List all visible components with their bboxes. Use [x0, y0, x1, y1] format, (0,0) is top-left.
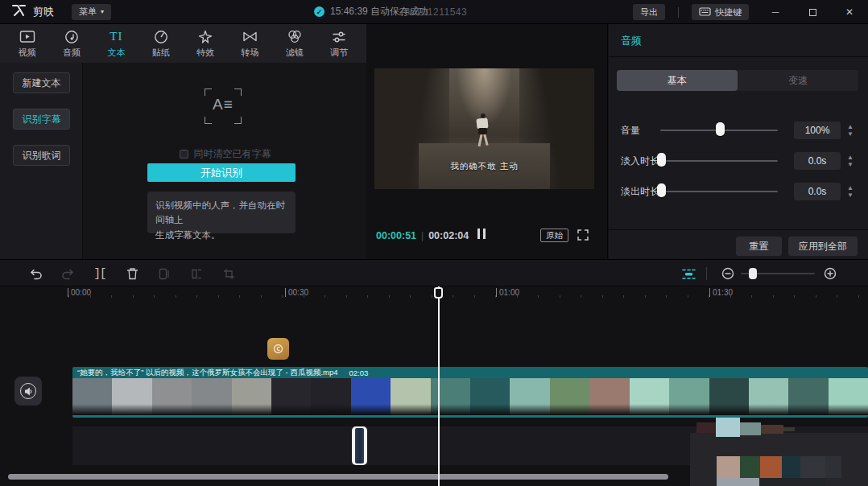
ruler-tick [410, 295, 411, 298]
ruler-tick [773, 295, 774, 298]
ruler-tick [709, 295, 709, 298]
delete-icon[interactable] [124, 266, 140, 282]
zoom-in-icon[interactable] [822, 266, 838, 282]
video-thumbnail [72, 378, 112, 415]
asset-toolbar: 视频 音频 TI 文本 贴纸 特效 [0, 24, 366, 63]
ruler-tick [602, 295, 603, 298]
titlebar: 剪映 菜单▾ ✓ 15:46:39 自动保存成功 202101211543 导出… [0, 0, 868, 24]
text-icon: TI [110, 29, 122, 45]
apply-to-all-button[interactable]: 应用到全部 [788, 237, 858, 256]
sidebar-item-recognize-lyrics[interactable]: 识别歌词 [13, 145, 70, 166]
video-thumbnail [271, 378, 311, 415]
tab-sticker[interactable]: 贴纸 [141, 29, 181, 59]
video-thumbnail [470, 378, 510, 415]
minimize-button[interactable]: ─ [757, 0, 794, 24]
playhead-handle[interactable] [434, 287, 443, 299]
start-recognition-button[interactable]: 开始识别 [147, 163, 296, 182]
export-button[interactable]: 导出 [633, 4, 665, 20]
app-name: 剪映 [33, 5, 54, 19]
sticker-clip[interactable] [267, 338, 289, 360]
media-panel: 视频 音频 TI 文本 贴纸 特效 [0, 24, 366, 259]
tab-basic[interactable]: 基本 [617, 70, 738, 91]
subtitle-clip-selected[interactable] [352, 426, 367, 465]
fade-out-stepper[interactable]: ▲▼ [845, 182, 856, 201]
tab-text[interactable]: TI 文本 [96, 29, 136, 59]
tab-filter[interactable]: 滤镜 [275, 29, 315, 59]
split-icon[interactable]: ][ [92, 266, 108, 282]
volume-row: 音量 100% ▲▼ [609, 121, 868, 140]
render-artifact [759, 478, 825, 486]
tab-speed[interactable]: 变速 [738, 70, 858, 91]
volume-slider-thumb[interactable] [716, 122, 725, 136]
fade-out-value[interactable]: 0.0s [794, 183, 841, 200]
volume-stepper[interactable]: ▲▼ [845, 121, 856, 140]
clear-existing-subtitles-label: 同时清空已有字幕 [194, 147, 271, 161]
tab-audio[interactable]: 音频 [52, 29, 92, 59]
timeline-zoom-slider-thumb[interactable] [749, 268, 757, 279]
video-thumbnail [112, 378, 151, 415]
video-preview[interactable]: 我的确不敢 主动 [374, 68, 594, 189]
video-thumbnail [192, 378, 231, 415]
shortcut-button[interactable]: 快捷键 [692, 4, 749, 20]
redo-icon[interactable] [60, 266, 76, 282]
ruler-tick [90, 295, 91, 298]
fade-in-row: 淡入时长 0.0s ▲▼ [609, 151, 868, 171]
fade-in-slider-thumb[interactable] [657, 153, 666, 167]
fade-out-slider-track[interactable] [660, 191, 778, 192]
fade-in-slider-track[interactable] [660, 160, 778, 162]
render-artifact [696, 422, 716, 433]
video-thumbnail [550, 378, 589, 415]
mirror-icon[interactable] [188, 266, 205, 282]
video-track-clip[interactable]: “她要的，我给不了” 以后的视频，这个俄罗斯女孩不会出现了 - 西瓜视频.mp4… [72, 367, 868, 418]
sidebar-item-new-text[interactable]: 新建文本 [13, 72, 70, 93]
menu-button[interactable]: 菜单▾ [72, 4, 111, 20]
auto-snap-icon[interactable] [680, 266, 696, 282]
render-artifact [740, 456, 760, 478]
ruler-tick [538, 295, 539, 298]
tab-transition[interactable]: 转场 [230, 29, 271, 59]
playhead-line[interactable] [438, 286, 440, 486]
volume-value[interactable]: 100% [794, 122, 841, 139]
timeline-area[interactable]: 00:00 00:30 01:00 01:30 “她要的，我给不了” 以后的视频… [0, 286, 868, 486]
fade-out-slider-thumb[interactable] [657, 183, 666, 197]
ruler-tick [218, 295, 219, 298]
pause-button[interactable] [477, 229, 486, 239]
maximize-button[interactable] [794, 0, 831, 24]
track-mute-button[interactable] [14, 377, 42, 406]
fade-in-label: 淡入时长 [621, 154, 659, 168]
timeline-toolbar: ][ [0, 259, 868, 286]
tab-adjust[interactable]: 调节 [319, 29, 359, 59]
reset-button[interactable]: 重置 [736, 237, 782, 256]
render-artifact [717, 478, 759, 486]
ruler-tick [858, 295, 859, 298]
fullscreen-icon[interactable] [577, 229, 589, 243]
ruler-tick [432, 295, 432, 298]
app-logo-icon [11, 4, 27, 19]
ruler-tick [346, 295, 347, 298]
render-artifact [761, 425, 783, 434]
check-icon: ✓ [314, 6, 324, 17]
zoom-out-icon[interactable] [720, 266, 736, 282]
tab-video[interactable]: 视频 [7, 29, 48, 59]
render-artifact [716, 418, 740, 437]
audio-tabs: 基本 变速 [617, 70, 858, 91]
text-panel-sidebar: 新建文本 识别字幕 识别歌词 [0, 63, 83, 259]
fade-out-label: 淡出时长 [621, 185, 659, 199]
ruler-tick [239, 295, 240, 298]
close-button[interactable]: ✕ [831, 0, 868, 24]
audio-icon [64, 29, 79, 45]
fade-in-stepper[interactable]: ▲▼ [845, 151, 856, 171]
tab-effects[interactable]: 特效 [185, 29, 225, 59]
video-thumbnail [788, 378, 828, 415]
ruler-tick [133, 295, 134, 298]
ruler-tick [389, 295, 390, 298]
clear-existing-subtitles-checkbox[interactable] [180, 150, 188, 159]
video-thumbnail [589, 378, 629, 415]
undo-icon[interactable] [27, 266, 43, 282]
crop-icon[interactable] [221, 266, 237, 282]
original-quality-button[interactable]: 原始 [540, 229, 568, 242]
freeze-frame-icon[interactable] [156, 266, 172, 282]
fade-in-value[interactable]: 0.0s [794, 152, 841, 170]
sidebar-item-recognize-subtitles[interactable]: 识别字幕 [13, 109, 70, 130]
timeline-horizontal-scrollbar[interactable] [8, 474, 668, 480]
